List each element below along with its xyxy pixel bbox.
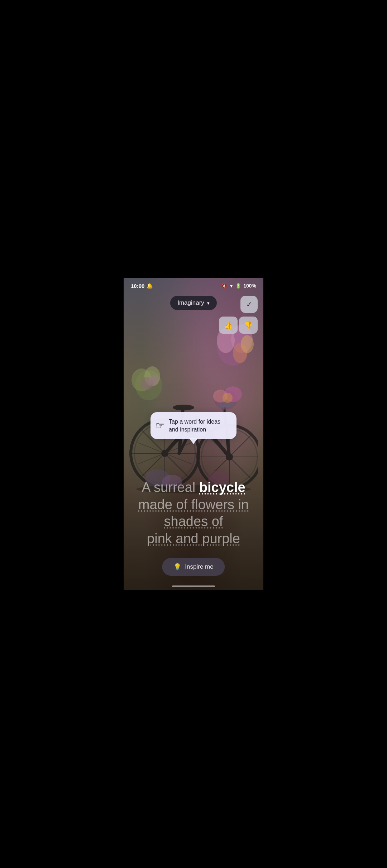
prompt-part1: A surreal <box>142 480 199 495</box>
prompt-line-1[interactable]: A surreal bicycle <box>131 479 256 496</box>
status-left: 10:00 🔔 <box>131 283 153 289</box>
app-selector[interactable]: Imaginary ▾ <box>170 296 217 310</box>
thumbs-up-icon: 👍 <box>224 321 233 329</box>
inspire-label: Inspire me <box>185 563 213 570</box>
prompt-part3[interactable]: shades of <box>164 514 223 529</box>
inspire-me-button[interactable]: 💡 Inspire me <box>162 558 225 576</box>
chevron-down-icon: ▾ <box>207 300 210 306</box>
prompt-line-2[interactable]: made of flowers in <box>131 496 256 513</box>
svg-point-32 <box>173 405 194 410</box>
thumbs-down-button[interactable]: 👎 <box>239 317 258 334</box>
lightbulb-icon: 💡 <box>173 563 181 571</box>
home-indicator <box>172 585 215 587</box>
battery-icon: 🔋 <box>235 283 241 289</box>
tooltip-text: Tap a word for ideas and inspiration <box>169 418 230 433</box>
status-icons: 🔇 ▼ 🔋 <box>221 283 241 289</box>
thumbs-up-button[interactable]: 👍 <box>219 317 238 334</box>
prompt-line-4[interactable]: pink and purple <box>131 530 256 548</box>
svg-point-4 <box>241 335 254 353</box>
notification-icon: 🔔 <box>147 283 153 289</box>
prompt-text-area: A surreal bicycle made of flowers in sha… <box>124 479 263 547</box>
thumbs-down-icon: 👎 <box>244 321 253 329</box>
wifi-icon: ▼ <box>229 283 234 289</box>
prompt-part2[interactable]: made of flowers in <box>138 497 249 512</box>
top-controls: Imaginary ▾ ✓ <box>124 296 263 310</box>
check-button[interactable]: ✓ <box>240 296 258 313</box>
mute-icon: 🔇 <box>221 283 227 289</box>
status-time: 10:00 <box>131 283 144 289</box>
prompt-line-3[interactable]: shades of <box>131 513 256 530</box>
app-selector-label: Imaginary <box>177 299 204 307</box>
svg-point-9 <box>149 375 159 385</box>
svg-point-36 <box>223 393 233 403</box>
battery-percent: 100% <box>243 283 256 289</box>
status-bar: 10:00 🔔 🔇 ▼ 🔋 100% <box>124 278 263 294</box>
prompt-highlight-bicycle[interactable]: bicycle <box>199 480 245 495</box>
tooltip-container: ☞ Tap a word for ideas and inspiration <box>150 412 236 439</box>
tooltip-bubble: ☞ Tap a word for ideas and inspiration <box>150 412 236 439</box>
check-icon: ✓ <box>246 300 252 309</box>
vote-buttons: 👍 👎 <box>219 317 258 334</box>
status-right: 🔇 ▼ 🔋 100% <box>221 283 256 289</box>
prompt-part4[interactable]: pink and purple <box>147 531 240 546</box>
pointer-icon: ☞ <box>156 420 164 431</box>
